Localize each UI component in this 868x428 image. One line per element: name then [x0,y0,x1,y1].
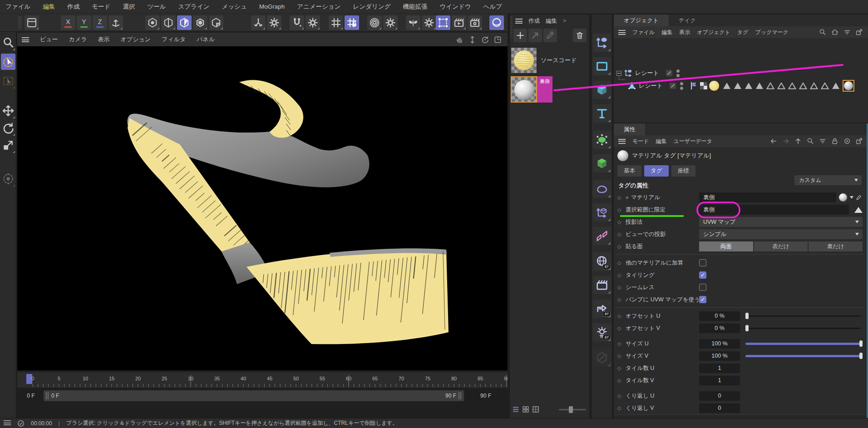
number-field-size-u[interactable]: 100 % [699,339,740,349]
checkbox-bump-uvw[interactable]: ✓ [699,296,706,303]
spline-tools-icon[interactable] [593,34,611,52]
vp-menu-オプション[interactable]: オプション [121,35,151,44]
number-field-offset-u[interactable]: 0 % [699,311,740,321]
mat-menu-作成[interactable]: 作成 [528,17,540,25]
texture-mode-icon[interactable] [209,15,223,30]
object-row[interactable]: レシート [627,80,683,92]
selection-tag-filled[interactable] [723,82,731,89]
lock-icon[interactable] [831,137,839,145]
checkbox-tiling[interactable]: ✓ [699,271,706,279]
menu-モード[interactable]: モード [92,3,110,11]
hand-icon[interactable] [455,35,464,44]
vp-menu-パネル[interactable]: パネル [197,35,215,44]
instance-icon[interactable] [593,227,611,245]
parent-icon[interactable] [794,137,802,145]
polygon-mode-icon[interactable] [177,15,192,30]
om-menu-編集[interactable]: 編集 [661,29,672,36]
enable-toggle[interactable] [670,83,676,89]
slider-size-u[interactable] [745,340,863,347]
render-region-icon[interactable] [436,15,450,30]
home-icon[interactable] [831,28,839,36]
snap-icon[interactable] [290,15,304,30]
light-icon[interactable]: ST [593,323,611,341]
om-menu-icon[interactable] [618,30,626,35]
edge-mode-icon[interactable] [161,15,176,30]
vp-menu-フィルタ[interactable]: フィルタ [162,35,186,44]
checkbox-add-to-others[interactable] [699,259,706,266]
material-thumbnail[interactable] [511,47,537,74]
material-menu-icon[interactable] [515,19,523,24]
selection-tag-filled[interactable] [832,82,840,89]
menu-overflow-chevron[interactable]: > [563,18,566,24]
slider-offset-v[interactable] [745,325,863,331]
slider-size-v[interactable] [745,353,863,359]
disabled-tool-icon[interactable] [593,349,611,367]
timeline-ruler[interactable]: 051015202530354045505560657075808590 [17,372,508,388]
viewport-menu-icon[interactable] [22,37,29,42]
menu-ツール[interactable]: ツール [147,3,166,11]
tab-オブジェクト[interactable]: オブジェクト [614,15,669,26]
model-mode-icon[interactable] [193,15,207,30]
enable-toggle[interactable] [666,70,672,76]
menu-スプライン[interactable]: スプライン [178,3,210,11]
selection-tag-filled[interactable] [734,82,742,89]
dropdown-view-projection[interactable]: シンプル [699,229,863,239]
attr-tab-タグ[interactable]: タグ [644,165,669,177]
menu-ウインドウ[interactable]: ウインドウ [440,3,471,11]
keyframe-diamond[interactable]: ◇ [617,297,626,303]
menu-編集[interactable]: 編集 [43,3,55,11]
small-grid-view-icon[interactable] [522,405,530,413]
keyframe-diamond[interactable]: ◇ [617,341,626,347]
om-menu-ブックマーク[interactable]: ブックマーク [755,29,788,36]
preset-dropdown[interactable]: カスタム [794,175,862,185]
volume-icon[interactable] [593,180,611,198]
point-mode-icon[interactable] [145,15,160,30]
symmetry-icon[interactable] [406,15,420,30]
option-裏だけ[interactable]: 裏だけ [809,241,863,251]
vp-menu-ビュー[interactable]: ビュー [40,35,58,44]
axis-settings-icon[interactable] [267,15,281,30]
keyframe-diamond[interactable]: ◇ [617,325,626,331]
range-grip-right[interactable] [459,392,462,399]
expand-toggle[interactable] [616,71,621,76]
menu-ヘルプ[interactable]: ヘルプ [483,3,502,11]
material-name-swatch[interactable]: 裏側 [537,76,552,103]
number-field-size-v[interactable]: 100 % [699,351,740,361]
live-selection-tool[interactable] [1,54,15,70]
selection-tag-hollow[interactable] [777,82,785,89]
generator-icon[interactable] [593,81,611,99]
object-name[interactable]: レシート [639,82,663,90]
option-両面[interactable]: 両面 [699,241,753,251]
motext-icon[interactable] [593,104,611,123]
new-material-button[interactable] [513,29,527,42]
keyframe-diamond[interactable]: ◇ [617,231,626,237]
delete-material-button[interactable] [573,29,587,42]
number-field-offset-v[interactable]: 0 % [699,324,740,333]
material-link-field[interactable]: 裏側 [699,192,836,202]
find-tool[interactable] [1,34,15,51]
attr-tab-座標[interactable]: 座標 [671,165,695,177]
text-field[interactable]: 裏側 [699,205,849,215]
menu-メッシュ[interactable]: メッシュ [222,3,247,11]
selection-tag-filled[interactable] [745,82,753,89]
keyframe-diamond[interactable]: ◇ [617,219,626,225]
material-name[interactable]: ソースコード [541,56,577,64]
large-grid-view-icon[interactable] [532,405,540,413]
thumbnail-size-slider[interactable] [559,409,586,410]
rotate-tool[interactable] [1,120,15,136]
axis-gizmo-icon[interactable] [108,15,123,30]
modeling-axis-tool[interactable] [1,171,15,187]
keyframe-diamond[interactable]: ◇ [617,393,626,399]
focus-icon[interactable] [843,137,851,145]
om-menu-ファイル[interactable]: ファイル [632,29,655,36]
menu-レンダリング[interactable]: レンダリング [353,3,391,11]
uvw-tag-icon[interactable] [700,82,707,89]
search-icon[interactable] [806,137,814,145]
mat-menu-編集[interactable]: 編集 [546,17,557,25]
selection-tag-hollow[interactable] [788,82,796,89]
vp-menu-表示[interactable]: 表示 [98,35,110,44]
attr-menu-モード[interactable]: モード [632,138,649,145]
selection-tag-hollow[interactable] [821,82,829,89]
stage-icon[interactable]: ST [593,252,611,271]
takes-icon[interactable]: ST [593,300,611,318]
